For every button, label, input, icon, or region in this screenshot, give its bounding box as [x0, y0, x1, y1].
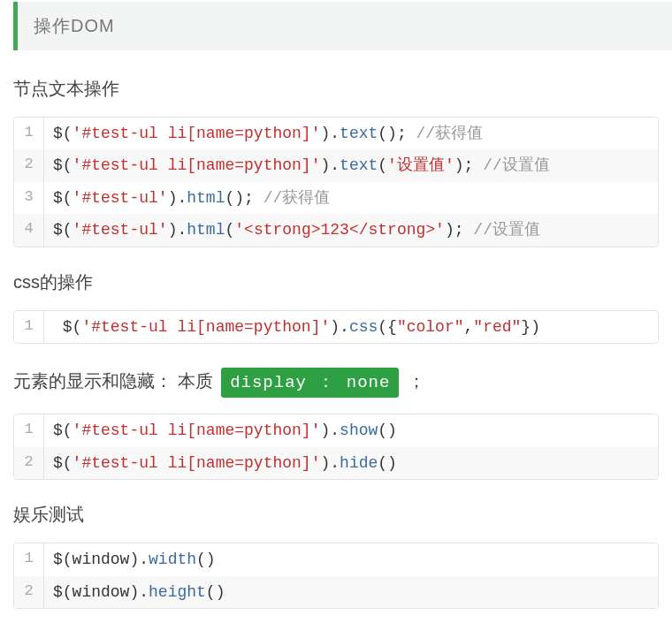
code-token: (	[378, 156, 387, 174]
code-token: ,	[464, 318, 474, 336]
code-token: ).	[320, 156, 340, 174]
code-token: ({	[378, 318, 397, 336]
line-number: 4	[14, 214, 44, 246]
code-token: text	[340, 156, 378, 174]
code-token: window	[73, 583, 130, 601]
code-content: $(window).width()	[44, 543, 658, 575]
code-token: $(	[53, 125, 73, 142]
code-token: $(	[53, 221, 73, 239]
code-line: 3$('#test-ul').html(); //获得值	[14, 182, 658, 214]
callout-block: 操作DOM	[13, 2, 672, 50]
callout-title: 操作DOM	[34, 16, 115, 35]
para-suffix: ；	[408, 371, 425, 391]
code-token: ).	[330, 318, 349, 336]
code-token: ).	[320, 422, 340, 439]
code-token: ()	[206, 583, 225, 601]
code-token: $(	[53, 318, 81, 336]
code-token: width	[149, 551, 196, 568]
section-heading-2: css的操作	[0, 270, 672, 310]
code-token: );	[454, 156, 483, 174]
code-token: html	[187, 189, 225, 207]
line-number: 2	[14, 447, 44, 479]
code-line: 4$('#test-ul').html('<strong>123</strong…	[14, 214, 658, 246]
code-token: $(	[53, 551, 73, 568]
code-token: ).	[129, 551, 149, 568]
code-token: //获得值	[263, 189, 331, 207]
section-heading-text: css的操作	[13, 272, 93, 292]
code-block-1: 1$('#test-ul li[name=python]').text(); /…	[13, 117, 659, 247]
code-token: '设置值'	[387, 156, 454, 174]
code-line: 1$(window).width()	[14, 543, 658, 575]
code-token: ();	[378, 125, 416, 142]
line-number: 2	[14, 149, 44, 181]
code-token: $(	[53, 422, 73, 439]
code-token: '#test-ul li[name=python]'	[73, 156, 321, 174]
code-token: ).	[320, 125, 340, 142]
code-token: ).	[168, 189, 187, 207]
code-line: 2$('#test-ul li[name=python]').text('设置值…	[14, 149, 658, 181]
code-token: })	[521, 318, 540, 336]
code-token: '#test-ul li[name=python]'	[73, 125, 321, 142]
code-token: //获得值	[416, 125, 484, 142]
code-content: $('#test-ul li[name=python]').text(); //…	[44, 118, 658, 149]
code-token: $(	[53, 189, 73, 207]
section-heading-1: 节点文本操作	[0, 77, 672, 117]
code-token: ()	[196, 551, 216, 568]
code-token: '#test-ul li[name=python]'	[73, 454, 321, 472]
code-token: '<strong>123</strong>'	[234, 221, 445, 239]
code-line: 1$('#test-ul li[name=python]').show()	[14, 414, 658, 446]
code-token: //设置值	[483, 156, 550, 174]
code-token: $(	[53, 454, 73, 472]
code-content: $('#test-ul li[name=python]').hide()	[44, 447, 658, 479]
code-content: $('#test-ul li[name=python]').show()	[44, 414, 658, 446]
code-token: ()	[378, 454, 397, 472]
code-token: '#test-ul'	[73, 221, 168, 239]
code-block-3: 1$('#test-ul li[name=python]').show()2$(…	[13, 414, 659, 480]
line-number: 2	[14, 576, 44, 608]
code-token: '#test-ul'	[73, 189, 168, 207]
code-line: 2$(window).height()	[14, 576, 658, 608]
code-line: 1 $('#test-ul li[name=python]').css({"co…	[14, 311, 658, 343]
section-heading-3: 元素的显示和隐藏： 本质 display ： none ；	[0, 367, 672, 414]
code-line: 1$('#test-ul li[name=python]').text(); /…	[14, 118, 658, 149]
code-content: $('#test-ul li[name=python]').css({"colo…	[44, 311, 658, 343]
code-token: "color"	[397, 318, 464, 336]
code-token: $(	[53, 583, 73, 601]
line-number: 1	[14, 311, 44, 343]
code-token: ()	[378, 422, 397, 439]
line-number: 1	[14, 118, 44, 149]
code-content: $(window).height()	[44, 576, 658, 608]
code-token: ).	[168, 221, 187, 239]
code-token: show	[340, 422, 378, 439]
code-token: );	[445, 221, 473, 239]
code-token: '#test-ul li[name=python]'	[73, 422, 321, 439]
code-content: $('#test-ul li[name=python]').text('设置值'…	[44, 149, 658, 181]
para-prefix: 元素的显示和隐藏： 本质	[13, 371, 213, 391]
code-token: "red"	[473, 318, 521, 336]
code-token: //设置值	[473, 221, 540, 239]
code-block-2: 1 $('#test-ul li[name=python]').css({"co…	[13, 310, 659, 344]
code-token: window	[73, 551, 130, 568]
code-token: hide	[340, 454, 378, 472]
section-heading-text: 节点文本操作	[13, 79, 119, 98]
code-token: css	[349, 318, 378, 336]
display-none-badge: display ： none	[221, 368, 399, 398]
code-token: text	[340, 125, 378, 142]
code-token: (	[225, 221, 234, 239]
code-token: html	[187, 221, 225, 239]
code-token: $(	[53, 156, 73, 174]
line-number: 1	[14, 414, 44, 446]
code-token: ();	[225, 189, 263, 207]
line-number: 3	[14, 182, 44, 214]
code-block-4: 1$(window).width()2$(window).height()	[13, 543, 659, 609]
code-content: $('#test-ul').html(); //获得值	[44, 182, 658, 214]
line-number: 1	[14, 543, 44, 575]
code-content: $('#test-ul').html('<strong>123</strong>…	[44, 214, 658, 246]
section-heading-4: 娱乐测试	[0, 503, 672, 543]
code-token: height	[149, 583, 206, 601]
code-token: '#test-ul li[name=python]'	[81, 318, 330, 336]
code-token: ).	[320, 454, 340, 472]
code-line: 2$('#test-ul li[name=python]').hide()	[14, 447, 658, 479]
section-heading-text: 娱乐测试	[13, 505, 84, 524]
code-token: ).	[129, 583, 149, 601]
